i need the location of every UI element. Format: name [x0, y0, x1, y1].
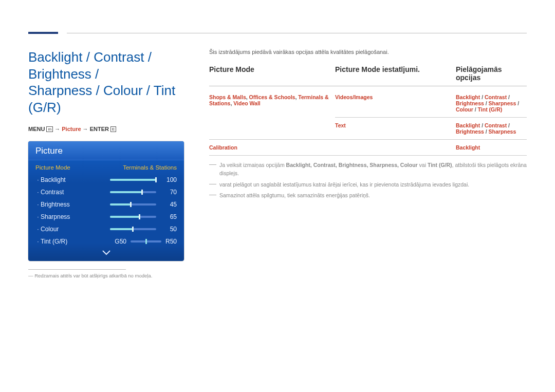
cell: Backlight / Contrast / Brightness / Shar… [456, 118, 527, 140]
osd-item-value: 70 [161, 189, 177, 196]
osd-header: Picture [28, 141, 184, 160]
breadcrumb-picture: Picture [62, 126, 81, 132]
bullet-icon: · [35, 189, 41, 196]
slider-track[interactable] [110, 179, 156, 181]
osd-item-label: Contrast [41, 189, 92, 196]
note-text: varat pielāgot un saglabāt iestatījumus … [219, 180, 469, 189]
th-picture-mode: Picture Mode [209, 65, 335, 82]
slider-track[interactable] [110, 191, 156, 193]
bullet-icon: · [35, 201, 41, 208]
dash-icon [209, 184, 216, 184]
slider-track[interactable] [110, 228, 156, 230]
table-row: Calibration Backlight [209, 140, 527, 156]
tint-r-value: R50 [165, 238, 177, 245]
breadcrumb-enter: ENTER [90, 126, 109, 132]
cell: Videos/Images [335, 89, 456, 118]
osd-picture-mode-row[interactable]: Picture Mode Terminals & Stations [28, 160, 184, 174]
dash-icon [209, 164, 216, 165]
cell: Calibration [209, 140, 335, 156]
header-rule [67, 33, 527, 33]
osd-item-sharpness[interactable]: · Sharpness 65 [28, 211, 184, 223]
cell: Backlight / Contrast / Brightness / Shar… [456, 89, 527, 118]
notes-block: Ja veiksit izmaiņas opcijām Backlight, C… [209, 161, 527, 199]
breadcrumb-arrow: → [54, 126, 60, 132]
osd-picture-panel: Picture Picture Mode Terminals & Station… [28, 141, 184, 261]
cell [335, 140, 456, 156]
osd-item-label: Brightness [41, 201, 92, 208]
bullet-icon: · [35, 226, 41, 233]
osd-picture-mode-value: Terminals & Stations [123, 164, 177, 171]
th-options: Pielāgojamās opcijas [456, 65, 527, 82]
th-settings: Picture Mode iestatījumi. [335, 65, 456, 82]
cell: Backlight [456, 140, 527, 156]
left-column: Backlight / Contrast / Brightness / Shar… [28, 49, 188, 278]
menu-icon: m [46, 126, 53, 132]
enter-icon: E [110, 126, 116, 132]
page-content: Backlight / Contrast / Brightness / Shar… [28, 49, 527, 278]
breadcrumb-arrow: → [83, 126, 88, 132]
footnote-text: Redzamais attēls var būt atšķirīgs atkar… [34, 273, 152, 278]
note-item: Ja veiksit izmaiņas opcijām Backlight, C… [209, 161, 527, 178]
breadcrumb-menu: MENU [28, 126, 45, 132]
cell: Shops & Malls, Offices & Schools, Termin… [209, 94, 329, 106]
right-column: Šis izstrādājums piedāvā vairākas opcija… [209, 49, 527, 278]
option-table: Shops & Malls, Offices & Schools, Termin… [209, 89, 527, 156]
osd-item-label: Colour [41, 226, 92, 233]
slider-track[interactable] [110, 216, 156, 218]
footnote-rule [28, 269, 126, 270]
intro-text: Šis izstrādājums piedāvā vairākas opcija… [209, 49, 527, 55]
title-line-2: Sharpness / Colour / Tint (G/R) [28, 83, 175, 115]
slider-track[interactable] [110, 203, 156, 206]
osd-item-contrast[interactable]: · Contrast 70 [28, 186, 184, 198]
chevron-down-icon[interactable] [28, 248, 184, 261]
note-text: Samazinot attēla spilgtumu, tiek samazin… [219, 191, 370, 199]
note-item: varat pielāgot un saglabāt iestatījumus … [209, 180, 527, 189]
osd-item-label: Sharpness [41, 213, 92, 220]
bullet-icon: · [35, 176, 41, 183]
tint-g-value: G50 [115, 238, 126, 245]
osd-item-colour[interactable]: · Colour 50 [28, 223, 184, 235]
cell: Text [335, 118, 456, 140]
osd-item-backlight[interactable]: · Backlight 100 [28, 174, 184, 186]
note-text: Ja veiksit izmaiņas opcijām Backlight, C… [219, 161, 527, 178]
bullet-icon: · [35, 213, 41, 220]
header-accent-bar [28, 32, 58, 34]
osd-item-tint[interactable]: · Tint (G/R) G50 R50 [28, 235, 184, 248]
osd-item-value: 100 [161, 176, 177, 183]
page-title: Backlight / Contrast / Brightness / Shar… [28, 49, 188, 116]
osd-item-label: Backlight [41, 176, 92, 183]
osd-item-value: 65 [161, 213, 177, 220]
table-row: Shops & Malls, Offices & Schools, Termin… [209, 89, 527, 118]
note-item: Samazinot attēla spilgtumu, tiek samazin… [209, 191, 527, 199]
osd-item-label: Tint (G/R) [41, 238, 78, 245]
option-table-header: Picture Mode Picture Mode iestatījumi. P… [209, 65, 527, 86]
dash-icon [209, 195, 216, 195]
osd-item-value: 45 [161, 201, 177, 208]
slider-track[interactable] [131, 240, 161, 242]
breadcrumb: MENU m → Picture → ENTER E [28, 126, 188, 132]
osd-picture-mode-label: Picture Mode [35, 164, 123, 171]
osd-item-value: 50 [161, 226, 177, 233]
bullet-icon: · [35, 238, 41, 245]
osd-item-brightness[interactable]: · Brightness 45 [28, 198, 184, 211]
footnote: ― Redzamais attēls var būt atšķirīgs atk… [28, 273, 188, 278]
title-line-1: Backlight / Contrast / Brightness / [28, 49, 152, 82]
